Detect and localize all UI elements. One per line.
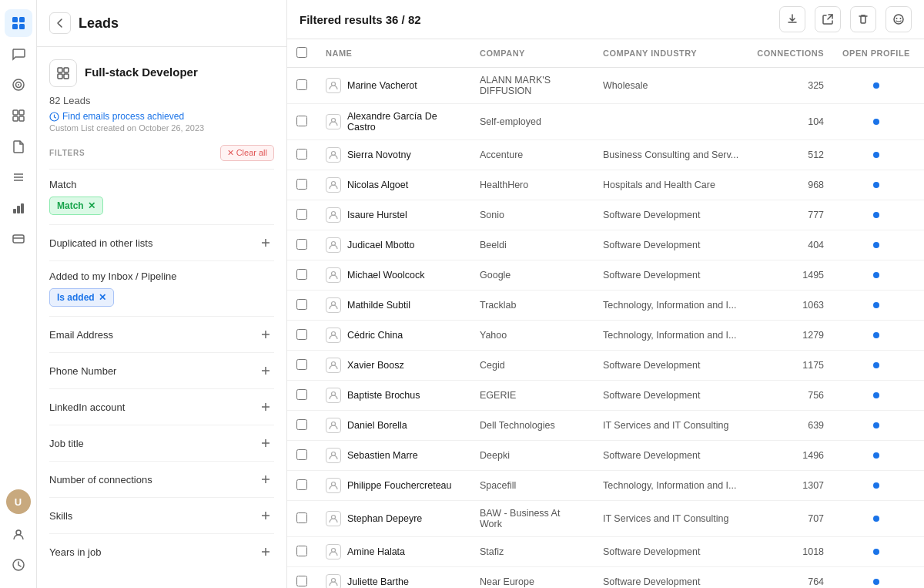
tag-match-close[interactable]: ✕ — [88, 201, 95, 210]
row-checkbox[interactable] — [296, 116, 307, 126]
main-content: Filtered results 36 / 82 — [287, 0, 924, 588]
tag-added-close[interactable]: ✕ — [99, 293, 106, 302]
row-match-cell: ✓ — [919, 291, 924, 321]
filter-phone-title: Phone Number — [49, 365, 116, 377]
filter-linkedin-add[interactable] — [257, 398, 274, 415]
filter-jobtitle-header[interactable]: Job title — [49, 435, 274, 452]
face-button[interactable] — [886, 6, 912, 32]
grid-icon[interactable] — [5, 102, 32, 129]
row-connections-cell: 777 — [748, 200, 833, 230]
row-company: BAW - Business At Work — [480, 508, 560, 529]
filter-years-add[interactable] — [257, 543, 274, 560]
row-open-cell — [833, 537, 919, 567]
person-icon — [326, 114, 341, 129]
logo-icon[interactable] — [5, 9, 32, 37]
row-match-cell: ✓ — [919, 381, 924, 411]
row-checkbox[interactable] — [296, 449, 307, 460]
find-emails-link[interactable]: Find emails process achieved — [49, 111, 274, 122]
report-icon[interactable] — [5, 194, 32, 222]
tag-added[interactable]: Is added ✕ — [49, 288, 114, 307]
row-checkbox[interactable] — [296, 179, 307, 190]
clock-icon[interactable] — [5, 551, 32, 579]
filter-connections-header[interactable]: Number of connections — [49, 471, 274, 488]
row-checkbox[interactable] — [296, 479, 307, 490]
delete-button[interactable] — [850, 6, 876, 32]
row-open-cell — [833, 567, 919, 589]
row-checkbox[interactable] — [296, 329, 307, 340]
select-all-checkbox[interactable] — [296, 47, 307, 58]
row-checkbox[interactable] — [296, 79, 307, 90]
row-name-cell: Daniel Borella — [316, 411, 470, 441]
row-industry-cell: Software Development — [594, 441, 748, 471]
table-row: Mathilde Subtil Tracklab Technology, Inf… — [287, 291, 924, 321]
filter-phone-add[interactable] — [257, 362, 274, 379]
filter-email-header[interactable]: Email Address — [49, 326, 274, 343]
row-checkbox[interactable] — [296, 512, 307, 523]
row-check-cell — [287, 200, 316, 230]
row-connections-cell: 1063 — [748, 291, 833, 321]
row-connections-cell: 1496 — [748, 441, 833, 471]
row-company-cell: Near Europe — [470, 567, 594, 589]
row-open-cell — [833, 68, 919, 104]
doc-icon[interactable] — [5, 133, 32, 160]
filter-added-header[interactable]: Added to my Inbox / Pipeline — [49, 270, 274, 282]
row-company-cell: ALANN MARK'S DIFFUSION — [470, 68, 594, 104]
row-checkbox[interactable] — [296, 209, 307, 220]
col-header-match: Match — [919, 39, 924, 68]
row-company-cell: Spacefill — [470, 471, 594, 501]
filter-linkedin-header[interactable]: LinkedIn account — [49, 398, 274, 415]
row-checkbox[interactable] — [296, 546, 307, 556]
row-checkbox[interactable] — [296, 419, 307, 430]
back-button[interactable] — [49, 12, 71, 34]
row-industry: Technology, Information and I... — [603, 330, 736, 341]
filter-email-add[interactable] — [257, 326, 274, 343]
row-checkbox[interactable] — [296, 576, 307, 586]
user-avatar[interactable]: U — [6, 489, 31, 514]
clear-all-button[interactable]: ✕ Clear all — [220, 145, 274, 161]
filter-duplicated: Duplicated in other lists — [49, 224, 274, 260]
row-name-cell: Xavier Boosz — [316, 351, 470, 381]
filter-match: Match Match ✕ — [49, 169, 274, 224]
row-checkbox[interactable] — [296, 359, 307, 370]
filter-skills-header[interactable]: Skills — [49, 507, 274, 524]
open-indicator — [873, 119, 879, 125]
filter-match-header[interactable]: Match — [49, 179, 274, 190]
row-connections-cell: 512 — [748, 140, 833, 170]
row-industry: Software Development — [603, 450, 700, 461]
row-checkbox[interactable] — [296, 239, 307, 250]
open-indicator — [873, 152, 879, 158]
open-indicator — [873, 362, 879, 368]
tag-match[interactable]: Match ✕ — [49, 197, 103, 215]
card-icon[interactable] — [5, 225, 32, 253]
download-button[interactable] — [779, 6, 805, 32]
svg-point-43 — [896, 18, 898, 19]
row-name: Juliette Barthe — [347, 576, 409, 587]
row-name: Nicolas Algoet — [347, 180, 408, 190]
filter-phone-header[interactable]: Phone Number — [49, 362, 274, 379]
row-checkbox[interactable] — [296, 149, 307, 160]
row-industry-cell — [594, 104, 748, 140]
panel-title: Leads — [79, 15, 119, 32]
row-check-cell — [287, 537, 316, 567]
row-name: Michael Woolcock — [347, 270, 425, 281]
filter-duplicated-header[interactable]: Duplicated in other lists — [49, 234, 274, 251]
table-row: Xavier Boosz Cegid Software Development … — [287, 351, 924, 381]
row-checkbox[interactable] — [296, 299, 307, 310]
people-icon[interactable] — [5, 520, 32, 548]
row-company-cell: HealthHero — [470, 170, 594, 200]
row-checkbox[interactable] — [296, 269, 307, 280]
filter-jobtitle-add[interactable] — [257, 435, 274, 452]
row-company-cell: Self-employed — [470, 104, 594, 140]
chat-icon[interactable] — [5, 40, 32, 68]
col-header-company: Company — [470, 39, 594, 68]
filter-connections-add[interactable] — [257, 471, 274, 488]
list2-icon[interactable] — [5, 163, 32, 191]
row-name: Daniel Borella — [347, 420, 407, 431]
filter-skills-add[interactable] — [257, 507, 274, 524]
export-button[interactable] — [815, 6, 841, 32]
filter-years-header[interactable]: Years in job — [49, 543, 274, 560]
filter-duplicated-add[interactable] — [257, 234, 274, 251]
row-checkbox[interactable] — [296, 389, 307, 400]
row-industry: Software Development — [603, 390, 700, 401]
target-icon[interactable] — [5, 71, 32, 99]
